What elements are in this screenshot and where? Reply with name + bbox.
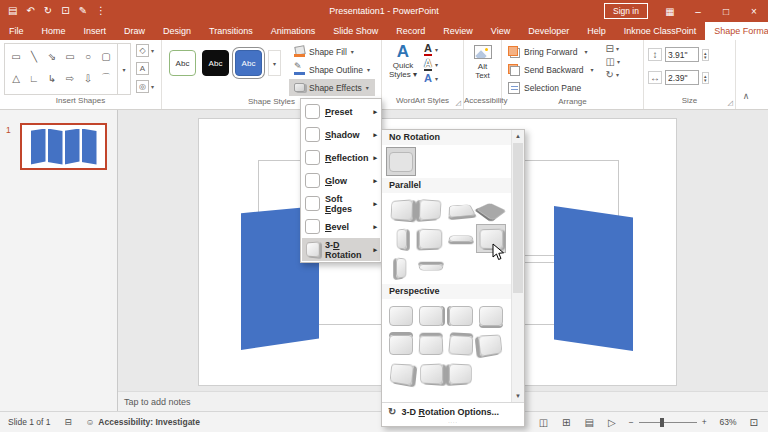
- Review[interactable]: Review: [434, 22, 482, 40]
- shape-style-preset[interactable]: Abc: [202, 50, 229, 76]
- right-arrow-icon[interactable]: ⇨: [61, 67, 79, 89]
- effects-menu-item[interactable]: Bevel ▸: [302, 215, 380, 238]
- ribbon-display-options-icon[interactable]: ▦: [656, 6, 684, 17]
- shape-style-preset[interactable]: Abc: [235, 50, 262, 76]
- Insert[interactable]: Insert: [75, 22, 116, 40]
- line-arrow-icon[interactable]: ⇘: [43, 45, 61, 67]
- shape-fill-button[interactable]: Shape Fill▾: [289, 43, 375, 60]
- effects-menu-item[interactable]: Soft Edges ▸: [302, 192, 380, 215]
- slideshow-view-icon[interactable]: ▷: [608, 417, 616, 428]
- merge-shapes-icon[interactable]: ◎▾: [136, 80, 154, 93]
- rotation-preset[interactable]: [386, 195, 416, 224]
- send-backward-button[interactable]: Send Backward▾: [506, 61, 596, 78]
- normal-view-icon[interactable]: ◫: [539, 417, 548, 428]
- accessibility-status[interactable]: ☺ Accessibility: Investigate: [86, 417, 200, 427]
- rotation-preset[interactable]: [386, 147, 416, 176]
- effects-menu-item[interactable]: Preset ▸: [302, 100, 380, 123]
- zoom-out-button[interactable]: −: [629, 417, 634, 427]
- width-spinner[interactable]: ▴▾: [702, 72, 709, 84]
- minimize-icon[interactable]: –: [684, 6, 712, 17]
- scroll-down-icon[interactable]: ▼: [512, 390, 524, 402]
- Transitions[interactable]: Transitions: [200, 22, 262, 40]
- gallery-scrollbar[interactable]: ▲ ▼: [511, 130, 524, 402]
- rounded-rectangle-icon[interactable]: ▢: [97, 45, 115, 67]
- shape-height-input[interactable]: [665, 47, 699, 62]
- Animations[interactable]: Animations: [262, 22, 325, 40]
- Shape Format[interactable]: Shape Format: [705, 22, 768, 40]
- edit-shape-icon[interactable]: ◇▾: [136, 44, 154, 57]
- text-effects-button[interactable]: A▾: [424, 73, 438, 84]
- shapes-gallery-more-button[interactable]: ▾: [117, 44, 130, 94]
- line-icon[interactable]: ╲: [25, 45, 43, 67]
- display-settings-icon[interactable]: ⊟: [65, 417, 72, 427]
- effects-menu-item[interactable]: Glow ▸: [302, 169, 380, 192]
- rotation-preset[interactable]: [386, 359, 416, 388]
- rotation-preset[interactable]: [446, 224, 476, 253]
- slide-sorter-icon[interactable]: ⊞: [562, 417, 570, 428]
- reading-view-icon[interactable]: ▤: [585, 417, 594, 428]
- rotate-icon[interactable]: ↻▾: [606, 69, 620, 80]
- zoom-in-button[interactable]: +: [702, 417, 707, 427]
- rotation-preset[interactable]: [416, 301, 446, 330]
- zoom-slider-thumb[interactable]: [660, 418, 664, 427]
- scroll-up-icon[interactable]: ▲: [512, 130, 524, 142]
- text-box-icon[interactable]: A: [136, 62, 154, 75]
- effects-menu-item[interactable]: Shadow ▸: [302, 123, 380, 146]
- Inknoe ClassPoint[interactable]: Inknoe ClassPoint: [615, 22, 706, 40]
- ink-pen-icon[interactable]: ✎: [79, 6, 87, 16]
- rotation-preset[interactable]: [446, 359, 476, 388]
- rotation-preset[interactable]: [416, 253, 446, 282]
- rectangle-icon[interactable]: ▭: [61, 45, 79, 67]
- File[interactable]: File: [0, 22, 33, 40]
- selection-pane-button[interactable]: Selection Pane: [506, 79, 596, 96]
- customize-qat-icon[interactable]: ⋮: [96, 6, 106, 16]
- height-spinner[interactable]: ▴▾: [702, 49, 709, 61]
- zoom-level[interactable]: 63%: [720, 417, 737, 427]
- menu-resize-handle[interactable]: ∙∙∙∙: [382, 420, 524, 426]
- text-fill-button[interactable]: A▾: [424, 43, 438, 56]
- down-arrow-icon[interactable]: ⇩: [79, 67, 97, 89]
- rotation-preset[interactable]: [446, 195, 476, 224]
- triangle-icon[interactable]: △: [7, 67, 25, 89]
- slide-thumbnail[interactable]: [20, 123, 107, 170]
- bring-forward-button[interactable]: Bring Forward▾: [506, 43, 596, 60]
- Help[interactable]: Help: [578, 22, 615, 40]
- Developer[interactable]: Developer: [519, 22, 578, 40]
- restore-icon[interactable]: □: [712, 6, 740, 17]
- rotation-options-button[interactable]: ↻ 3-D Rotation Options...: [382, 403, 524, 420]
- effects-menu-item[interactable]: Reflection ▸: [302, 146, 380, 169]
- shape-outline-button[interactable]: Shape Outline▾: [289, 61, 375, 78]
- rotation-preset[interactable]: [416, 224, 446, 253]
- rotation-preset[interactable]: [416, 359, 446, 388]
- text-outline-button[interactable]: A▾: [424, 58, 438, 71]
- rotation-preset[interactable]: [476, 301, 506, 330]
- alt-text-button[interactable]: Alt Text: [468, 43, 497, 95]
- fit-slide-to-window-icon[interactable]: ⊡: [750, 417, 758, 428]
- rotation-preset[interactable]: [476, 330, 506, 359]
- rotation-preset[interactable]: [386, 330, 416, 359]
- shape-styles-more-button[interactable]: ▾: [268, 50, 281, 76]
- save-icon[interactable]: ▤: [8, 6, 17, 16]
- close-icon[interactable]: ×: [740, 6, 768, 17]
- Record[interactable]: Record: [387, 22, 434, 40]
- undo-icon[interactable]: ↶: [26, 6, 34, 16]
- redo-icon[interactable]: ↻: [44, 6, 52, 16]
- Design[interactable]: Design: [154, 22, 200, 40]
- rotation-preset[interactable]: [416, 195, 446, 224]
- collapse-ribbon-button[interactable]: ∧: [743, 91, 750, 101]
- group-icon[interactable]: ◫▾: [606, 56, 620, 67]
- rotation-preset[interactable]: [416, 330, 446, 359]
- arc-icon[interactable]: ⌒: [97, 67, 115, 89]
- shape-effects-button[interactable]: Shape Effects▾: [289, 79, 375, 96]
- rotation-preset[interactable]: [446, 301, 476, 330]
- wordart-dialog-launcher[interactable]: ◿: [456, 99, 461, 107]
- oval-icon[interactable]: ○: [79, 45, 97, 67]
- scrollbar-thumb[interactable]: [513, 143, 523, 293]
- rotation-preset[interactable]: [476, 195, 506, 224]
- rotation-preset[interactable]: [446, 330, 476, 359]
- effects-menu-item[interactable]: 3-D Rotation ▸: [302, 238, 380, 261]
- Draw[interactable]: Draw: [115, 22, 154, 40]
- elbow-arrow-icon[interactable]: ↳: [43, 67, 61, 89]
- blue-shape-right[interactable]: [554, 206, 633, 351]
- rotation-preset[interactable]: [386, 301, 416, 330]
